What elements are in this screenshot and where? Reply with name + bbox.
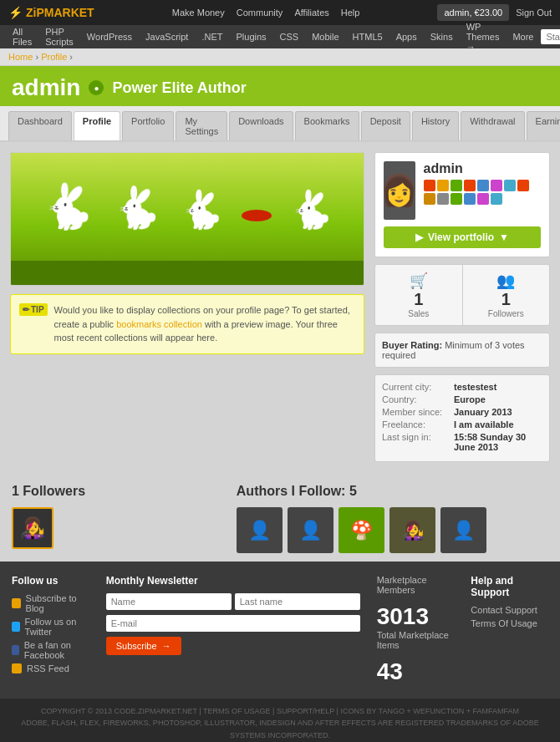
authors-col: Authors I Follow: 5 👤 👤 🍄 👩‍🎤 👤 [237, 484, 548, 553]
country-value: Europe [454, 394, 486, 404]
grass [11, 261, 364, 286]
tab-downloads[interactable]: Downloads [229, 111, 293, 140]
info-city: Current city: testestest [382, 382, 542, 392]
tab-bookmarks[interactable]: Bookmarks [295, 111, 359, 140]
items-count: 43 [377, 658, 455, 685]
nav-css[interactable]: CSS [274, 28, 305, 45]
copyright-text2: ADOBE, FLASH, FLEX, FIREWORKS, PHOTOSHOP… [12, 717, 548, 741]
nav-skins[interactable]: Skins [425, 28, 459, 45]
tab-profile[interactable]: Profile [74, 111, 120, 140]
nav-more[interactable]: More [507, 28, 539, 45]
sales-label: Sales [379, 309, 459, 318]
followers-stat: 👥 1 Followers [463, 265, 550, 325]
newsletter-title: Monthly Newsletter [106, 575, 360, 587]
view-portfolio-button[interactable]: ▶ View portfolio ▼ [384, 226, 541, 248]
rss-icon [12, 598, 21, 608]
icon-twitter [504, 180, 516, 191]
nav-help[interactable]: Help [341, 8, 360, 18]
profile-info: Current city: testestest Country: Europe… [374, 374, 550, 462]
follower-avatar: 👩‍🎤 [12, 507, 53, 549]
author-4-img: 👩‍🎤 [401, 520, 424, 541]
search-input[interactable] [541, 29, 560, 44]
country-label: Country: [382, 394, 449, 404]
profile-card: 👩 admin [374, 152, 550, 257]
freelance-value: I am available [454, 419, 514, 429]
nav-js[interactable]: JavaScript [140, 28, 194, 45]
nav-apps[interactable]: Apps [390, 28, 423, 45]
twitter-icon [12, 622, 20, 632]
contact-support-link[interactable]: Contact Support [471, 605, 548, 615]
tab-my-settings[interactable]: My Settings [176, 111, 227, 140]
members-label: Marketplace Members [377, 575, 455, 595]
nav-affiliates[interactable]: Affiliates [294, 8, 328, 18]
member-label: Member since: [382, 407, 449, 417]
facebook-link[interactable]: Be a fan on Facebook [12, 640, 89, 660]
nav-mobile[interactable]: Mobile [306, 28, 344, 45]
follower-avatar-img: 👩‍🎤 [20, 516, 45, 540]
facebook-icon [12, 645, 19, 655]
signout-link[interactable]: Sign Out [516, 8, 552, 18]
breadcrumb-profile[interactable]: Profile [41, 52, 67, 62]
icon-award [424, 193, 435, 205]
nav-html5[interactable]: HTML5 [347, 28, 389, 45]
newsletter-name-input[interactable] [106, 593, 232, 610]
nav-net[interactable]: .NET [196, 28, 228, 45]
profile-details: admin [424, 161, 541, 205]
tip-text: Would you like to display collections on… [54, 303, 355, 345]
newsletter-col: Monthly Newsletter Subscribe → [106, 575, 360, 685]
stats-row: 🛒 1 Sales 👥 1 Followers [374, 264, 550, 326]
members-count: 3013 [377, 603, 455, 630]
author-5-img: 👤 [452, 520, 475, 541]
tabs-bar: Dashboard Profile Portfolio My Settings … [0, 106, 560, 142]
city-label: Current city: [382, 382, 449, 392]
authors-title: Authors I Follow: 5 [237, 484, 548, 499]
twitter-link[interactable]: Follow us on Twitter [12, 617, 89, 637]
profile-banner: 🐇 🐇 🐇 🐇 [10, 152, 364, 286]
tab-earnings[interactable]: Earnings [527, 111, 560, 140]
tab-history[interactable]: History [412, 111, 459, 140]
bunny-3: 🐇 [179, 191, 225, 228]
followers-count: 1 [466, 290, 547, 309]
breadcrumb-home[interactable]: Home [8, 52, 33, 62]
author-avatar-2: 👤 [288, 507, 333, 553]
left-column: 🐇 🐇 🐇 🐇 ✏ TIP Would you like to display … [10, 152, 364, 462]
nav-php[interactable]: PHP Scripts [39, 23, 79, 50]
subscribe-blog-link[interactable]: Subscribe to Blog [12, 593, 89, 613]
newsletter-lastname-input[interactable] [235, 593, 360, 610]
bunny-1: 🐇 [41, 185, 95, 228]
sales-icon: 🛒 [379, 272, 459, 290]
icon-gem [491, 180, 502, 191]
nav-community[interactable]: Community [237, 8, 283, 18]
tip-box: ✏ TIP Would you like to display collecti… [10, 294, 364, 354]
rss-feed-link[interactable]: RSS Feed [12, 663, 89, 673]
terms-link[interactable]: Terms Of Usage [471, 618, 548, 628]
tab-portfolio[interactable]: Portfolio [122, 111, 174, 140]
followers-col: 1 Followers 👩‍🎤 [12, 484, 220, 553]
icon-star [437, 180, 449, 191]
logo-icon: ⚡ [8, 6, 23, 19]
nav-all-files[interactable]: All Files [7, 23, 38, 50]
tab-dashboard[interactable]: Dashboard [8, 111, 72, 140]
nav-wp-themes[interactable]: WP Themes → [461, 18, 506, 55]
tab-withdrawal[interactable]: Withdrawal [461, 111, 524, 140]
icon-fire [424, 180, 435, 191]
subscribe-button[interactable]: Subscribe → [106, 637, 181, 655]
nav-plugins[interactable]: Plugins [230, 28, 272, 45]
bookmarks-link[interactable]: bookmarks collection [116, 319, 202, 329]
spacer [10, 363, 364, 413]
verified-badge: ● [89, 80, 104, 95]
nav-make-money[interactable]: Make Money [172, 8, 225, 18]
city-value: testestest [454, 382, 496, 392]
tab-deposit[interactable]: Deposit [361, 111, 410, 140]
logo-text: ZiPMARKET [26, 6, 94, 19]
newsletter-email-input[interactable] [106, 615, 360, 632]
site-logo[interactable]: ⚡ ZiPMARKET [8, 6, 94, 19]
blood-patch [242, 210, 272, 221]
tip-label: ✏ TIP [19, 303, 48, 316]
icon-check [451, 180, 462, 191]
help-col: Help and Support Contact Support Terms O… [471, 575, 548, 685]
nav-wordpress[interactable]: WordPress [81, 28, 138, 45]
profile-username: admin [12, 74, 80, 101]
profile-name: admin [424, 161, 541, 176]
profile-top: 👩 admin [384, 161, 541, 220]
